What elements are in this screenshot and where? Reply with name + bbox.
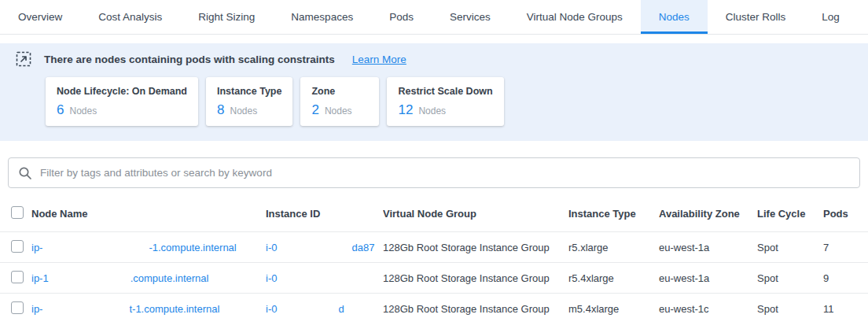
instance-id-link[interactable]: i-0: [266, 303, 277, 315]
row-checkbox[interactable]: [11, 271, 24, 283]
scale-out-icon: [16, 51, 31, 67]
instance-type-cell: m5.4xlarge: [568, 303, 659, 315]
life-cycle-cell: Spot: [757, 272, 823, 284]
virtual-node-group-cell: 128Gb Root Storage Instance Group: [383, 272, 568, 284]
table-header-row: Node Name Instance ID Virtual Node Group…: [0, 196, 868, 232]
select-all-checkbox[interactable]: [11, 206, 24, 219]
availability-zone-cell: eu-west-1c: [659, 303, 757, 315]
card-unit: Nodes: [230, 105, 257, 116]
card-zone[interactable]: Zone 2 Nodes: [300, 77, 379, 126]
search-input[interactable]: [40, 167, 850, 179]
instance-type-cell: r5.xlarge: [568, 242, 659, 253]
redacted-text: [42, 243, 149, 251]
tab-cost-analysis[interactable]: Cost Analysis: [80, 0, 180, 34]
card-title: Restrict Scale Down: [398, 86, 492, 97]
instance-id-link[interactable]: i-0: [266, 272, 277, 284]
virtual-node-group-cell: 128Gb Root Storage Instance Group: [383, 303, 568, 315]
node-name-link[interactable]: ip-: [31, 242, 42, 253]
search-icon: [18, 166, 32, 180]
node-name-link[interactable]: ip-: [31, 303, 42, 315]
node-name-link[interactable]: -1.compute.internal: [149, 242, 236, 253]
card-count: 2: [311, 102, 318, 118]
row-checkbox[interactable]: [11, 240, 24, 253]
redacted-text: [49, 274, 131, 282]
tab-right-sizing[interactable]: Right Sizing: [180, 0, 273, 34]
instance-type-cell: r5.4xlarge: [568, 272, 659, 284]
node-name-link[interactable]: ip-1: [31, 272, 49, 284]
redacted-text: [42, 305, 129, 312]
node-name-link[interactable]: .compute.internal: [131, 272, 209, 284]
virtual-node-group-cell: 128Gb Root Storage Instance Group: [383, 242, 568, 253]
column-header-life-cycle: Life Cycle: [757, 208, 823, 220]
tab-cluster-rolls[interactable]: Cluster Rolls: [708, 0, 804, 34]
card-unit: Nodes: [69, 105, 97, 116]
column-header-virtual-node-group: Virtual Node Group: [383, 208, 568, 220]
card-count: 8: [217, 102, 224, 118]
row-checkbox[interactable]: [11, 301, 24, 314]
redacted-text: [277, 305, 338, 312]
column-header-availability-zone: Availability Zone: [659, 208, 757, 220]
column-header-instance-type: Instance Type: [568, 208, 659, 220]
table-row: ip--1.compute.internal i-0da87 128Gb Roo…: [0, 232, 868, 263]
card-unit: Nodes: [418, 105, 446, 116]
card-title: Node Lifecycle: On Demand: [57, 86, 187, 97]
instance-id-link[interactable]: i-0: [266, 242, 277, 253]
column-header-pods: Pods: [823, 208, 868, 220]
card-title: Instance Type: [217, 86, 281, 97]
instance-id-link[interactable]: da87: [351, 242, 374, 253]
scaling-constraints-banner: There are nodes containing pods with sca…: [0, 43, 868, 141]
table-row: ip-1.compute.internal i-0 128Gb Root Sto…: [0, 263, 868, 294]
column-header-instance-id: Instance ID: [266, 208, 383, 220]
pods-count-cell: 11: [823, 303, 868, 315]
availability-zone-cell: eu-west-1a: [659, 242, 757, 253]
banner-message: There are nodes containing pods with sca…: [44, 54, 335, 65]
filter-search-bar[interactable]: [8, 157, 860, 188]
tab-pods[interactable]: Pods: [371, 0, 432, 34]
tab-services[interactable]: Services: [432, 0, 509, 34]
tab-virtual-node-groups[interactable]: Virtual Node Groups: [509, 0, 641, 34]
card-count: 6: [57, 102, 64, 118]
learn-more-link[interactable]: Learn More: [352, 54, 406, 65]
redacted-text: [277, 243, 351, 251]
tab-namespaces[interactable]: Namespaces: [273, 0, 371, 34]
cluster-tab-bar: Overview Cost Analysis Right Sizing Name…: [0, 0, 868, 35]
card-title: Zone: [311, 86, 368, 97]
table-row: ip-t-1.compute.internal i-0d 128Gb Root …: [0, 294, 868, 318]
pods-count-cell: 9: [823, 272, 868, 284]
tab-overview[interactable]: Overview: [0, 0, 80, 34]
pods-count-cell: 7: [823, 242, 868, 253]
nodes-table: Node Name Instance ID Virtual Node Group…: [0, 196, 868, 318]
availability-zone-cell: eu-west-1a: [659, 272, 757, 284]
redacted-text: [277, 274, 348, 282]
tab-nodes[interactable]: Nodes: [641, 0, 708, 34]
column-header-node-name: Node Name: [31, 208, 266, 220]
card-unit: Nodes: [325, 105, 352, 116]
instance-id-link[interactable]: d: [338, 303, 344, 315]
card-instance-type[interactable]: Instance Type 8 Nodes: [206, 77, 292, 126]
constraint-cards: Node Lifecycle: On Demand 6 Nodes Instan…: [46, 77, 852, 126]
life-cycle-cell: Spot: [757, 242, 823, 253]
life-cycle-cell: Spot: [757, 303, 823, 315]
card-node-lifecycle[interactable]: Node Lifecycle: On Demand 6 Nodes: [46, 77, 198, 126]
card-restrict-scale-down[interactable]: Restrict Scale Down 12 Nodes: [387, 77, 503, 126]
node-name-link[interactable]: t-1.compute.internal: [129, 303, 219, 315]
tab-log[interactable]: Log: [804, 0, 858, 34]
card-count: 12: [398, 102, 413, 118]
